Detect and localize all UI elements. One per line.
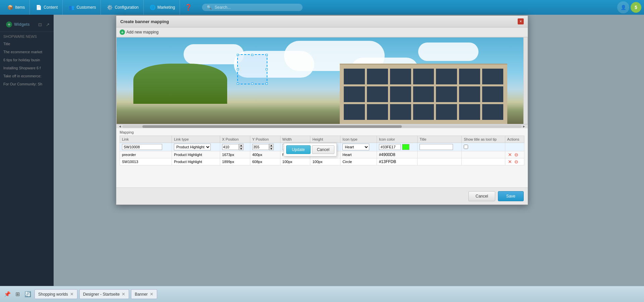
resize-handle-tr[interactable] xyxy=(266,54,268,56)
col-actions: Actions xyxy=(505,136,524,143)
row1-linktype-select[interactable]: Product Highlight Link Article xyxy=(174,144,211,150)
top-right-actions: 👤 5 xyxy=(617,1,641,13)
row2-delete-button[interactable]: ⊖ xyxy=(514,152,519,157)
nav-content[interactable]: 📄 Content xyxy=(31,0,63,15)
dialog-close-button[interactable]: × xyxy=(518,18,524,24)
tab-shopping-worlds[interactable]: Shopping worlds ✕ xyxy=(35,289,77,299)
table-row-3: SW10013 Product Highlight 1899px 608px 1… xyxy=(120,158,524,165)
resize-handle-tl[interactable] xyxy=(237,54,239,56)
row1-showtitle-checkbox[interactable] xyxy=(464,145,468,149)
col-link: Link xyxy=(120,136,172,143)
row3-height: 100px xyxy=(310,158,340,165)
row2-title xyxy=(417,151,462,158)
configuration-icon: ⚙️ xyxy=(107,5,113,10)
banner-background xyxy=(117,37,527,124)
windows-button[interactable]: ⊞ xyxy=(14,290,21,299)
image-container: ◄ ► xyxy=(116,37,528,128)
nav-content-label: Content xyxy=(44,5,58,10)
row1-x-down[interactable]: ▼ xyxy=(239,147,244,150)
row3-color-text: #13FFDB xyxy=(379,159,396,164)
row2-link: preorder xyxy=(120,151,172,158)
nav-marketing[interactable]: 🌐 Marketing xyxy=(145,0,180,15)
tab-banner[interactable]: Banner ✕ xyxy=(131,289,157,299)
cancel-dialog-button[interactable]: Cancel xyxy=(468,191,495,201)
resize-handle-bl[interactable] xyxy=(237,83,239,85)
tab-designer-close[interactable]: ✕ xyxy=(122,292,125,297)
nav-marketing-label: Marketing xyxy=(157,5,175,10)
tab-shopping-worlds-close[interactable]: ✕ xyxy=(70,292,74,297)
row3-link: SW10013 xyxy=(120,158,172,165)
row1-y-up[interactable]: ▲ xyxy=(269,144,274,147)
row1-y-down[interactable]: ▼ xyxy=(269,147,274,150)
resize-handle-tm[interactable] xyxy=(251,54,253,56)
cancel-inline-button[interactable]: Cancel xyxy=(312,145,334,154)
row1-icontype-select[interactable]: Heart Circle Star xyxy=(342,144,369,150)
dialog-titlebar: Create banner mapping × xyxy=(116,16,528,27)
row1-color-input[interactable] xyxy=(379,144,401,150)
col-icon-type: Icon type xyxy=(340,136,377,143)
search-bar: 🔍 xyxy=(202,4,303,11)
search-input[interactable] xyxy=(214,5,281,10)
row1-link-input[interactable] xyxy=(122,144,162,150)
row3-linktype: Product Highlight xyxy=(172,158,220,165)
row1-y-input[interactable] xyxy=(252,144,269,150)
resize-handle-bm[interactable] xyxy=(251,83,253,85)
tab-banner-close[interactable]: ✕ xyxy=(150,292,153,297)
row3-edit-button[interactable]: ✕ xyxy=(507,159,513,164)
create-banner-dialog: Create banner mapping × + Add new mappin… xyxy=(116,15,528,205)
add-mapping-button[interactable]: + Add new mapping xyxy=(120,29,158,35)
row1-x-input[interactable] xyxy=(222,144,239,150)
pin-button[interactable]: 📌 xyxy=(3,290,12,299)
scroll-right-arrow[interactable]: ► xyxy=(522,125,526,128)
resize-handle-ml[interactable] xyxy=(237,68,239,70)
row1-linktype-cell: Product Highlight Link Article xyxy=(172,143,220,151)
row1-x-up[interactable]: ▲ xyxy=(239,144,244,147)
row2-linktype: Product Highlight xyxy=(172,151,220,158)
row1-iconcolor-cell xyxy=(377,143,417,151)
image-scrollbar-y[interactable] xyxy=(523,37,527,124)
image-scrollbar-x[interactable]: ◄ ► xyxy=(116,124,528,128)
trees xyxy=(133,64,227,104)
help-button[interactable]: ❓ xyxy=(181,4,195,11)
row3-title xyxy=(417,158,462,165)
mapping-label: Mapping xyxy=(120,130,524,134)
row3-delete-button[interactable]: ⊖ xyxy=(514,159,519,164)
row2-y: 400px xyxy=(250,151,280,158)
tab-designer[interactable]: Designer - Startseite ✕ xyxy=(79,289,129,299)
tab-designer-label: Designer - Startseite xyxy=(83,292,120,297)
col-title: Title xyxy=(417,136,462,143)
selection-box[interactable] xyxy=(237,54,267,84)
row3-iconcolor: #13FFDB xyxy=(377,158,417,165)
customers-icon: 👥 xyxy=(69,5,74,10)
bottom-bar: 📌 ⊞ 🔄 Shopping worlds ✕ Designer - Start… xyxy=(0,286,644,302)
scroll-thumb[interactable] xyxy=(142,125,402,128)
col-x-position: X Position xyxy=(220,136,250,143)
resize-handle-br[interactable] xyxy=(266,83,268,85)
row2-edit-button[interactable]: ✕ xyxy=(507,152,513,157)
update-button[interactable]: Update xyxy=(286,145,311,154)
content-icon: 📄 xyxy=(36,5,42,10)
nav-customers[interactable]: 👥 Customers xyxy=(64,0,101,15)
scroll-left-arrow[interactable]: ◄ xyxy=(118,125,122,128)
nav-items[interactable]: 📦 Items xyxy=(3,0,30,15)
col-width: Width xyxy=(280,136,310,143)
dialog-content-space xyxy=(116,167,528,187)
save-button[interactable]: Save xyxy=(498,191,524,201)
row1-color-swatch[interactable] xyxy=(402,144,409,150)
row2-color-text: #4900D8 xyxy=(379,152,395,157)
nav-configuration[interactable]: ⚙️ Configuration xyxy=(102,0,143,15)
row1-showtitle-cell xyxy=(462,143,505,151)
profile-button[interactable]: 👤 xyxy=(617,1,629,13)
row1-link-cell xyxy=(120,143,172,151)
cloud-5 xyxy=(418,43,478,61)
refresh-button[interactable]: 🔄 xyxy=(23,290,33,299)
row1-title-input[interactable] xyxy=(420,144,453,150)
col-icon-color: Icon color xyxy=(377,136,417,143)
notifications-badge[interactable]: 5 xyxy=(631,2,641,13)
col-height: Height xyxy=(310,136,340,143)
tab-banner-label: Banner xyxy=(135,292,148,297)
add-mapping-label: Add new mapping xyxy=(126,30,158,34)
banner-image-area[interactable] xyxy=(116,37,528,124)
row3-width: 100px xyxy=(280,158,310,165)
resize-handle-mr[interactable] xyxy=(266,68,268,70)
